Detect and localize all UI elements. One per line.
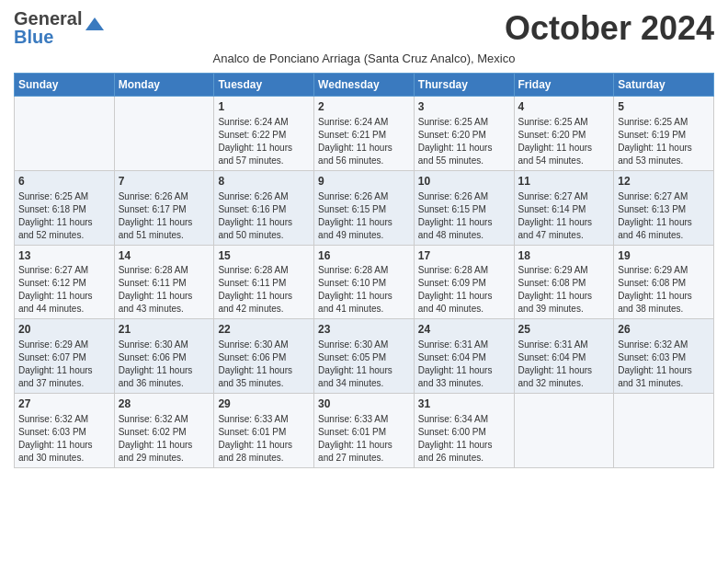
day-number: 7 — [119, 174, 210, 190]
header-day-sunday: Sunday — [15, 74, 115, 97]
calendar-table: SundayMondayTuesdayWednesdayThursdayFrid… — [14, 73, 714, 468]
day-cell: 29Sunrise: 6:33 AMSunset: 6:01 PMDayligh… — [214, 394, 314, 468]
day-number: 10 — [418, 174, 510, 190]
day-info: Sunrise: 6:27 AM — [518, 190, 610, 203]
day-cell: 26Sunrise: 6:32 AMSunset: 6:03 PMDayligh… — [614, 319, 714, 394]
day-info: Sunrise: 6:27 AM — [618, 190, 710, 203]
day-info: Daylight: 11 hours and 34 minutes. — [318, 364, 410, 390]
day-info: Sunrise: 6:24 AM — [318, 116, 410, 129]
day-info: Sunrise: 6:31 AM — [518, 339, 610, 351]
day-number: 5 — [618, 99, 710, 115]
day-info: Sunrise: 6:28 AM — [318, 264, 410, 277]
day-info: Daylight: 11 hours and 47 minutes. — [518, 216, 610, 242]
day-info: Sunset: 6:15 PM — [418, 203, 510, 216]
day-info: Sunset: 6:20 PM — [518, 129, 610, 142]
day-number: 3 — [418, 99, 510, 115]
day-info: Daylight: 11 hours and 48 minutes. — [418, 216, 510, 242]
day-cell: 14Sunrise: 6:28 AMSunset: 6:11 PMDayligh… — [114, 245, 214, 319]
day-info: Sunrise: 6:28 AM — [119, 264, 210, 277]
day-number: 8 — [218, 174, 310, 190]
day-info: Sunset: 6:09 PM — [418, 277, 510, 290]
logo-blue: Blue — [14, 28, 82, 46]
day-number: 28 — [119, 396, 210, 412]
day-number: 25 — [518, 322, 610, 338]
day-info: Daylight: 11 hours and 50 minutes. — [218, 216, 310, 242]
logo: General Blue — [14, 9, 104, 46]
day-info: Sunrise: 6:29 AM — [518, 264, 610, 277]
logo-icon — [85, 17, 104, 30]
day-cell: 18Sunrise: 6:29 AMSunset: 6:08 PMDayligh… — [514, 245, 614, 319]
day-cell: 16Sunrise: 6:28 AMSunset: 6:10 PMDayligh… — [314, 245, 415, 319]
day-cell: 20Sunrise: 6:29 AMSunset: 6:07 PMDayligh… — [15, 319, 115, 394]
day-info: Sunrise: 6:26 AM — [119, 190, 210, 203]
day-cell: 12Sunrise: 6:27 AMSunset: 6:13 PMDayligh… — [614, 170, 714, 245]
day-info: Sunrise: 6:28 AM — [218, 264, 310, 277]
day-info: Sunset: 6:14 PM — [518, 203, 610, 216]
day-info: Sunrise: 6:33 AM — [318, 413, 410, 426]
day-info: Sunset: 6:21 PM — [318, 129, 410, 142]
day-info: Sunset: 6:00 PM — [418, 426, 510, 439]
subtitle: Analco de Ponciano Arriaga (Santa Cruz A… — [14, 52, 714, 65]
day-info: Sunset: 6:08 PM — [618, 277, 710, 290]
day-info: Sunset: 6:18 PM — [18, 203, 110, 216]
day-number: 6 — [18, 174, 110, 190]
day-cell: 31Sunrise: 6:34 AMSunset: 6:00 PMDayligh… — [414, 394, 514, 468]
month-title: October 2024 — [505, 9, 714, 48]
day-info: Sunrise: 6:30 AM — [119, 339, 210, 351]
day-info: Daylight: 11 hours and 39 minutes. — [518, 290, 610, 316]
day-info: Daylight: 11 hours and 44 minutes. — [18, 290, 110, 316]
day-info: Sunrise: 6:24 AM — [218, 116, 310, 129]
day-info: Sunrise: 6:27 AM — [18, 264, 110, 277]
header-day-saturday: Saturday — [614, 74, 714, 97]
day-info: Sunset: 6:17 PM — [119, 203, 210, 216]
day-cell: 19Sunrise: 6:29 AMSunset: 6:08 PMDayligh… — [614, 245, 714, 319]
day-info: Sunset: 6:19 PM — [618, 129, 710, 142]
week-row-5: 27Sunrise: 6:32 AMSunset: 6:03 PMDayligh… — [15, 394, 714, 468]
day-number: 9 — [318, 174, 410, 190]
day-number: 17 — [418, 248, 510, 264]
day-cell: 28Sunrise: 6:32 AMSunset: 6:02 PMDayligh… — [114, 394, 214, 468]
day-info: Sunset: 6:05 PM — [318, 351, 410, 364]
week-row-4: 20Sunrise: 6:29 AMSunset: 6:07 PMDayligh… — [15, 319, 714, 394]
day-info: Daylight: 11 hours and 55 minutes. — [418, 142, 510, 167]
header-day-monday: Monday — [114, 74, 214, 97]
day-info: Daylight: 11 hours and 57 minutes. — [218, 142, 310, 167]
day-number: 30 — [318, 396, 410, 412]
day-cell: 7Sunrise: 6:26 AMSunset: 6:17 PMDaylight… — [114, 170, 214, 245]
day-info: Daylight: 11 hours and 46 minutes. — [618, 216, 710, 242]
day-info: Daylight: 11 hours and 40 minutes. — [418, 290, 510, 316]
day-number: 26 — [618, 322, 710, 338]
day-info: Sunset: 6:02 PM — [119, 426, 210, 439]
day-info: Sunset: 6:06 PM — [218, 351, 310, 364]
day-info: Daylight: 11 hours and 38 minutes. — [618, 290, 710, 316]
day-info: Sunset: 6:06 PM — [119, 351, 210, 364]
day-info: Sunrise: 6:29 AM — [18, 339, 110, 351]
day-info: Daylight: 11 hours and 37 minutes. — [18, 364, 110, 390]
day-cell: 15Sunrise: 6:28 AMSunset: 6:11 PMDayligh… — [214, 245, 314, 319]
day-number: 13 — [18, 248, 110, 264]
day-cell: 23Sunrise: 6:30 AMSunset: 6:05 PMDayligh… — [314, 319, 415, 394]
day-info: Sunrise: 6:25 AM — [618, 116, 710, 129]
day-info: Sunrise: 6:32 AM — [618, 339, 710, 351]
day-info: Sunrise: 6:25 AM — [518, 116, 610, 129]
day-number: 24 — [418, 322, 510, 338]
day-cell: 13Sunrise: 6:27 AMSunset: 6:12 PMDayligh… — [15, 245, 115, 319]
day-info: Daylight: 11 hours and 43 minutes. — [119, 290, 210, 316]
day-number: 23 — [318, 322, 410, 338]
day-info: Sunrise: 6:30 AM — [318, 339, 410, 351]
day-info: Sunrise: 6:29 AM — [618, 264, 710, 277]
day-info: Daylight: 11 hours and 32 minutes. — [518, 364, 610, 390]
day-cell — [114, 97, 214, 171]
day-info: Sunset: 6:11 PM — [119, 277, 210, 290]
day-cell: 24Sunrise: 6:31 AMSunset: 6:04 PMDayligh… — [414, 319, 514, 394]
day-info: Daylight: 11 hours and 53 minutes. — [618, 142, 710, 167]
day-number: 27 — [18, 396, 110, 412]
day-number: 11 — [518, 174, 610, 190]
day-info: Sunrise: 6:26 AM — [218, 190, 310, 203]
day-cell: 8Sunrise: 6:26 AMSunset: 6:16 PMDaylight… — [214, 170, 314, 245]
day-info: Daylight: 11 hours and 51 minutes. — [119, 216, 210, 242]
day-info: Sunset: 6:01 PM — [218, 426, 310, 439]
day-number: 22 — [218, 322, 310, 338]
day-cell: 11Sunrise: 6:27 AMSunset: 6:14 PMDayligh… — [514, 170, 614, 245]
day-number: 1 — [218, 99, 310, 115]
